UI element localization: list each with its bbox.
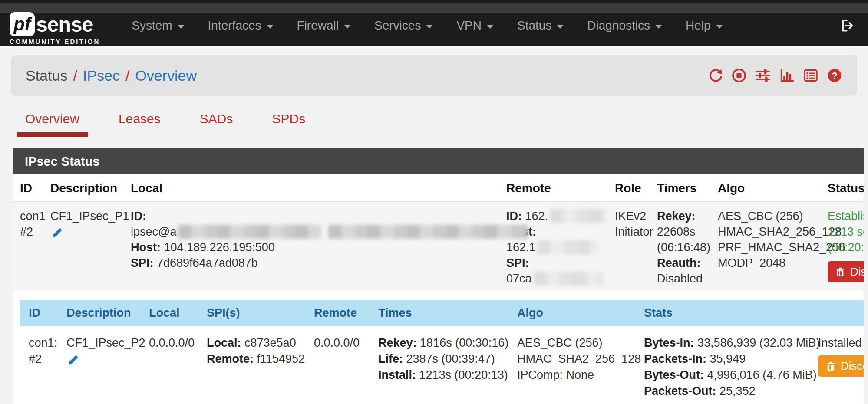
p2-spis-cell: Local: c873e5a0 Remote: f1154952 [198,326,305,399]
breadcrumb-separator: / [73,67,77,84]
p2-remote-cell: 0.0.0.0/0 [305,326,370,399]
p2-table: ID Description Local SPI(s) Remote Times… [20,300,864,399]
caret-down-icon [557,25,564,29]
p1-table: ID Description Local Remote Role Timers … [13,174,864,291]
tab-sads[interactable]: SADs [191,112,242,137]
p1-col-remote: Remote [500,174,608,202]
svg-text:?: ? [832,71,837,81]
p1-description-cell: CF1_IPsec_P1 [44,202,124,291]
p1-col-local: Local [124,174,500,202]
nav-menu-vpn[interactable]: VPN [445,12,505,39]
p1-algo-cell: AES_CBC (256) HMAC_SHA2_256_128 PRF_HMAC… [711,202,821,291]
sign-out-icon[interactable] [840,12,855,39]
nav-menu-services[interactable]: Services [363,12,445,39]
p2-col-local: Local [140,300,198,326]
pfsense-logo-sense: sense [36,13,93,36]
status-installed: Installed [818,335,864,351]
nav-menu-firewall[interactable]: Firewall [285,12,363,39]
caret-down-icon [487,25,494,29]
p2-algo-cell: AES_CBC (256) HMAC_SHA2_256_128 IPComp: … [508,326,635,399]
nav-menu-help[interactable]: Help [674,12,735,39]
edit-pencil-icon[interactable] [50,227,63,243]
breadcrumb-bar: Status / IPsec / Overview ? [11,55,857,96]
redacted-text [538,240,598,254]
redacted-text [328,225,528,239]
p2-stats-cell: Bytes-In: 33,586,939 (32.03 MiB) Packets… [635,326,809,399]
p2-col-stats: Stats [635,300,809,326]
p2-description-cell: CF1_IPsec_P2 [58,326,140,399]
p1-remote-cell: ID: 162. Host: 162.1 SPI: 07ca [500,202,608,291]
nav-menu-diagnostics[interactable]: Diagnostics [575,12,674,39]
list-icon[interactable] [803,68,818,83]
p2-col-id: ID [20,300,58,326]
p1-header-row: ID Description Local Remote Role Timers … [13,174,864,202]
caret-down-icon [426,25,433,29]
nav-menu-system[interactable]: System [120,12,196,39]
stop-icon[interactable] [731,68,747,83]
nav-menu-status[interactable]: Status [505,12,575,39]
tab-spds[interactable]: SPDs [263,112,314,137]
p1-timers-cell: Rekey: 22608s (06:16:48) Reauth: Disable… [650,202,711,291]
p1-row: con1 #2 CF1_IPsec_P1 ID: ipsec@a Host: 1… [13,202,864,291]
disconnect-p1-button[interactable]: Disconnect [828,261,864,282]
redacted-text [178,225,321,239]
p1-col-status: Status [821,174,864,202]
page-tabs: Overview Leases SADs SPDs [0,96,868,137]
p2-col-spis: SPI(s) [198,300,305,326]
disconnect-p2-button[interactable]: Disconnect [818,355,864,377]
status-established: Established [828,208,864,224]
p1-col-id: ID [13,174,44,202]
trash-icon [825,361,836,372]
chart-icon[interactable] [779,68,795,83]
breadcrumb: Status / IPsec / Overview [26,67,197,84]
caret-down-icon [655,25,662,29]
redacted-text [550,209,606,223]
p2-col-description: Description [58,300,140,326]
p2-times-cell: Rekey: 1816s (00:30:16) Life: 2387s (00:… [370,326,508,399]
p1-local-cell: ID: ipsec@a Host: 104.189.226.195:500 SP… [124,202,500,291]
pfsense-logo-pf: pf [10,12,35,36]
panel-title: IPsec Status [13,148,864,174]
p2-local-cell: 0.0.0.0/0 [140,326,198,399]
p1-col-timers: Timers [650,174,711,202]
p1-id-cell: con1 #2 [13,202,44,291]
breadcrumb-toolbar: ? [707,68,842,83]
ipsec-status-panel: IPsec Status ID Description Local Remote… [13,148,864,404]
caret-down-icon [344,25,351,29]
trash-icon [835,266,846,278]
p2-col-algo: Algo [508,300,635,326]
nav-menu-interfaces[interactable]: Interfaces [196,12,285,39]
caret-down-icon [267,25,274,29]
refresh-icon[interactable] [707,68,723,83]
redacted-text [534,272,603,286]
p1-role-cell: IKEv2 Initiator [608,202,650,291]
breadcrumb-separator: / [125,67,129,84]
p2-header-row: ID Description Local SPI(s) Remote Times… [20,300,864,326]
p1-col-description: Description [44,174,124,202]
breadcrumb-link-ipsec[interactable]: IPsec [83,67,120,84]
p2-col-remote: Remote [305,300,370,326]
caret-down-icon [716,25,723,29]
p1-status-cell: Established 1213 seconds (00:20:13) Disc… [821,202,864,291]
p2-table-wrap: ID Description Local SPI(s) Remote Times… [13,291,864,404]
breadcrumb-page-overview[interactable]: Overview [135,67,197,84]
breadcrumb-section: Status [26,67,67,84]
sliders-icon[interactable] [755,68,771,83]
pfsense-logo-tagline: COMMUNITY EDITION [10,38,100,45]
top-navbar: pf sense COMMUNITY EDITION System Interf… [0,0,868,46]
edit-pencil-icon[interactable] [66,354,79,371]
tab-leases[interactable]: Leases [110,112,169,137]
nav-menus: System Interfaces Firewall Services VPN … [120,12,734,39]
p1-col-algo: Algo [711,174,821,202]
p2-row: con1: #2 CF1_IPsec_P2 0.0.0.0/0 Local: c… [20,326,864,399]
tab-overview[interactable]: Overview [17,112,88,137]
caret-down-icon [178,25,185,29]
p1-col-role: Role [608,174,650,202]
help-icon[interactable]: ? [827,68,842,83]
p2-col-status [809,300,864,326]
p2-id-cell: con1: #2 [20,326,58,399]
p2-col-times: Times [370,300,508,326]
pfsense-logo[interactable]: pf sense COMMUNITY EDITION [10,12,100,45]
